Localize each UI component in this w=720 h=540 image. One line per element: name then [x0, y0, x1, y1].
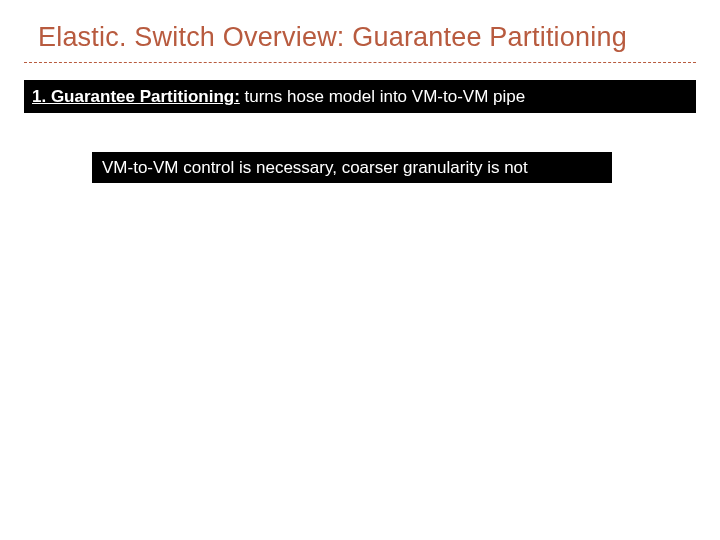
- title-divider: [24, 62, 696, 63]
- point-1-bar: 1. Guarantee Partitioning: turns hose mo…: [24, 80, 696, 113]
- slide: Elastic. Switch Overview: Guarantee Part…: [0, 0, 720, 540]
- slide-title: Elastic. Switch Overview: Guarantee Part…: [38, 22, 700, 53]
- point-1-sub-bar: VM-to-VM control is necessary, coarser g…: [92, 152, 612, 183]
- point-1-lead: 1. Guarantee Partitioning:: [32, 87, 240, 106]
- point-1-sub-text: VM-to-VM control is necessary, coarser g…: [102, 158, 528, 177]
- point-1-rest: turns hose model into VM-to-VM pipe: [240, 87, 525, 106]
